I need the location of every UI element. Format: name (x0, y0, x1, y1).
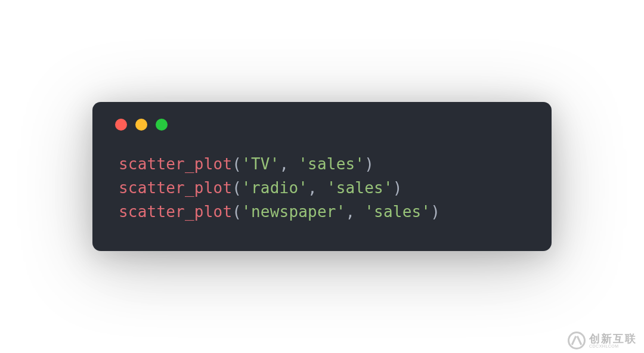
code-window-shadow: scatter_plot('TV', 'sales') scatter_plot… (92, 102, 552, 252)
watermark-logo-icon (568, 332, 586, 349)
string-arg: 'radio' (242, 179, 308, 197)
close-paren: ) (393, 179, 402, 197)
open-paren: ( (232, 155, 242, 173)
watermark-text: 创新互联 CDCXHLCOM (589, 333, 637, 348)
minimize-icon[interactable] (135, 119, 147, 131)
watermark-main: 创新互联 (589, 333, 637, 344)
string-arg: 'TV' (242, 155, 279, 173)
string-arg: 'sales' (327, 179, 393, 197)
comma: , (308, 179, 327, 197)
watermark-sub: CDCXHLCOM (589, 344, 637, 348)
watermark: 创新互联 CDCXHLCOM (568, 332, 637, 349)
close-icon[interactable] (115, 119, 127, 131)
comma: , (280, 155, 299, 173)
zoom-icon[interactable] (156, 119, 168, 131)
code-block: scatter_plot('TV', 'sales') scatter_plot… (119, 152, 525, 224)
comma: , (346, 203, 365, 221)
open-paren: ( (232, 203, 242, 221)
string-arg: 'sales' (364, 203, 431, 221)
function-name: scatter_plot (119, 203, 232, 221)
string-arg: 'sales' (298, 155, 364, 173)
function-name: scatter_plot (119, 155, 232, 173)
window-traffic-lights (115, 119, 525, 131)
close-paren: ) (431, 203, 440, 221)
string-arg: 'newspaper' (242, 203, 345, 221)
code-window: scatter_plot('TV', 'sales') scatter_plot… (92, 102, 552, 252)
function-name: scatter_plot (119, 179, 232, 197)
open-paren: ( (232, 179, 242, 197)
close-paren: ) (364, 155, 374, 173)
